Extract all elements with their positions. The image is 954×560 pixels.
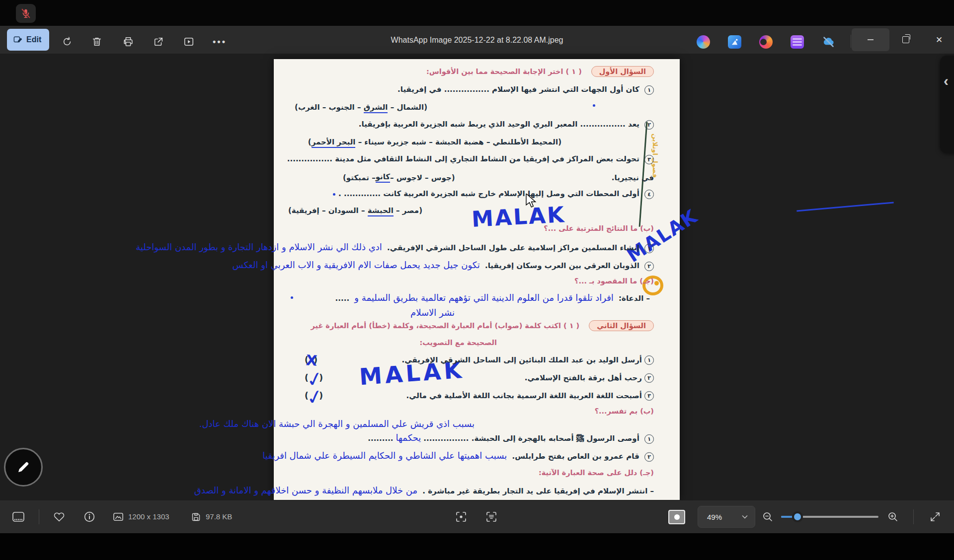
- doc-line: ١ أوصى الرسول ﷺ أصحابه بالهجرة إلى الحبش…: [368, 432, 654, 444]
- zoom-in-button[interactable]: [882, 506, 904, 528]
- clipchamp-icon[interactable]: [791, 35, 804, 49]
- text-extract-button[interactable]: [480, 506, 502, 528]
- zoom-level-value: 49%: [707, 513, 722, 521]
- frame-image-button[interactable]: [666, 506, 688, 528]
- printed-text: أوصى الرسول ﷺ أصحابه بالهجرة إلى الحبشة.…: [423, 434, 642, 443]
- zoom-out-icon: [762, 511, 774, 523]
- q1-header: السؤال الأول( ١ ) اختر الإجابة الصحيحة م…: [426, 66, 654, 77]
- printed-text: ( ١ ) اكتب كلمة (صواب) أمام العبارة الصح…: [311, 322, 579, 330]
- printed-text: أرسل الوليد بن عبد الملك البنائين إلى ال…: [402, 355, 642, 364]
- printed-text: (جوس – لاجوس –: [390, 173, 455, 182]
- printed-text: ١: [644, 85, 654, 95]
- image-dimensions-value: 1200 x 1303: [128, 512, 169, 521]
- zoom-slider[interactable]: [781, 506, 878, 528]
- printed-text: ٢: [644, 373, 654, 383]
- maximize-restore-button[interactable]: [894, 28, 917, 51]
- photos-icon[interactable]: [728, 35, 741, 49]
- printed-text: ٣: [644, 391, 654, 401]
- handwriting-text: افراد تلقوا قدرا من العلوم الدينية التي …: [352, 292, 616, 303]
- info-button[interactable]: [79, 506, 100, 528]
- doc-line: ٢ الذوبان العرقي بين العرب وسكان إفريقيا…: [230, 260, 654, 271]
- zoom-slider-thumb[interactable]: [792, 511, 803, 522]
- handwriting-text: يحكمها: [394, 432, 424, 443]
- doc-line: (جـ) دلل على صحة العبارة الآتية:: [539, 468, 654, 477]
- doc-line: ٣ تحولت بعض المراكز في إفريقيا من النشاط…: [287, 154, 654, 164]
- printed-text: ١: [644, 355, 654, 365]
- ink-dot: [593, 104, 595, 107]
- handwritten-name: MALAK: [623, 205, 702, 267]
- handwriting-text: بسبب اهميتها علي الشاطي و الحكايم السيطر…: [260, 450, 509, 461]
- microphone-muted-indicator[interactable]: [16, 4, 36, 23]
- zoom-out-button[interactable]: [757, 506, 779, 528]
- printed-text: ١: [644, 434, 654, 444]
- printed-text: أصبحت اللغة العربية اللغة الرسمية بجانب …: [406, 391, 642, 400]
- doc-line: ١ أرسل الوليد بن عبد الملك البنائين إلى …: [305, 355, 654, 365]
- handwriting-text: نشر الاسلام: [408, 307, 457, 318]
- doc-line: ٢ رحب أهل برقة بالفتح الإسلامي.(✓): [305, 373, 654, 383]
- printed-text: – انتشر الإسلام في إفريقيا على يد التجار…: [420, 487, 654, 495]
- grading-mark: X: [306, 360, 317, 361]
- handwriting-text: تكون جيل جديد يحمل صفات الام الافريقية و…: [230, 260, 482, 270]
- printed-text: ١: [644, 244, 654, 253]
- minimize-button[interactable]: [852, 28, 889, 51]
- printed-text: إنشاء المسلمين مراكز إسلامية على طول الس…: [385, 243, 642, 252]
- doc-line: (ب) بم تفسر...؟: [595, 407, 654, 416]
- doc-line: – انتشر الإسلام في إفريقيا على يد التجار…: [192, 485, 654, 495]
- onedrive-offline-icon[interactable]: [822, 35, 835, 49]
- document-page[interactable]: فصول اونلاين MALAK MALAK MALAK السؤال ال…: [274, 59, 680, 500]
- printed-text: – الجنوب – الغرب): [295, 103, 364, 112]
- minimize-icon: [867, 36, 874, 43]
- copilot-icon[interactable]: [697, 35, 710, 49]
- printed-text: .....: [335, 294, 352, 303]
- doc-line: (المحيط الأطلنطي – هضبة الحبشة – شبه جزي…: [308, 138, 561, 146]
- printed-text: ): [308, 138, 312, 146]
- printed-text: الحبشة: [368, 206, 394, 216]
- printed-text: كانو: [376, 172, 390, 183]
- window-title: WhatsApp Image 2025-12-22 at 8.22.08 AM.…: [0, 36, 954, 45]
- photo-canvas[interactable]: فصول اونلاين MALAK MALAK MALAK السؤال ال…: [0, 54, 954, 501]
- doc-line: بسبب اذي قريش علي المسلمين و الهجرة الي …: [197, 419, 477, 429]
- filmstrip-toggle-button[interactable]: [7, 506, 29, 528]
- q2-header: السؤال الثاني( ١ ) اكتب كلمة (صواب) أمام…: [311, 320, 654, 331]
- annotate-pencil-button[interactable]: [4, 448, 43, 487]
- doc-line: ٢ يعد ................ المعبر البري الوح…: [359, 120, 654, 130]
- zoom-level-dropdown[interactable]: 49%: [698, 506, 755, 528]
- handwriting-text: من خلال ملابسهم النظيفة و حسن اخلاقهم و …: [192, 485, 420, 495]
- grading-mark: ✓: [307, 395, 323, 399]
- titlebar-divider: [851, 35, 851, 48]
- printed-text: – الدعاة:: [616, 294, 650, 303]
- fullscreen-button[interactable]: [924, 506, 946, 528]
- photos-app-window: Edit ••• WhatsApp Image 2025-12-22 at 8.…: [0, 0, 954, 560]
- grading-mark: ✓: [307, 377, 323, 381]
- favorite-button[interactable]: [48, 506, 70, 528]
- printed-text: ٤: [644, 190, 654, 199]
- doc-line: ٤ أولى المحطات التي وصل إليها الإسلام خا…: [338, 189, 654, 199]
- ink-underline-stroke: [796, 202, 894, 211]
- printed-text: البحر الأحمر: [312, 138, 356, 148]
- printed-text: يعد ................ المعبر البري الوحيد…: [359, 120, 642, 129]
- printed-text: – تمبكتو): [343, 173, 376, 182]
- printed-text: الشرق: [364, 103, 388, 113]
- doc-line: ٢ قام عمرو بن العاص بفتح طرابلس. بسبب اه…: [260, 450, 654, 462]
- section-badge: السؤال الثاني: [589, 320, 654, 331]
- printed-text: (ب) بم تفسر...؟: [595, 407, 654, 415]
- visual-search-button[interactable]: [450, 506, 472, 528]
- printed-text: (مصر –: [394, 206, 422, 215]
- doc-line: الصحيحة مع التصويب:: [419, 338, 497, 347]
- previous-image-flyout[interactable]: ‹: [940, 56, 954, 153]
- doc-line: ١ إنشاء المسلمين مراكز إسلامية على طول ا…: [133, 242, 654, 253]
- doc-line: (مصر – الحبشة – السودان – إفريقية): [288, 206, 422, 215]
- printed-text: ٣: [644, 155, 654, 164]
- file-size-icon: [185, 506, 207, 528]
- statusbar-divider: [39, 509, 39, 524]
- printed-text: ٢: [644, 120, 654, 130]
- designer-icon[interactable]: [759, 35, 773, 49]
- ink-dot: [333, 193, 335, 196]
- doc-line: ٣ أصبحت اللغة العربية اللغة الرسمية بجان…: [305, 391, 654, 401]
- doc-line: – الدعاة: افراد تلقوا قدرا من العلوم الد…: [335, 292, 650, 303]
- close-button[interactable]: ✕: [927, 28, 951, 51]
- printed-text: في نيجيريا.: [612, 173, 654, 182]
- pencil-icon: [16, 460, 31, 475]
- doc-line: (ب) ما النتائج المترتبة على ...؟: [544, 224, 654, 233]
- printed-text: الذوبان العرقي بين العرب وسكان إفريقيا.: [482, 261, 642, 270]
